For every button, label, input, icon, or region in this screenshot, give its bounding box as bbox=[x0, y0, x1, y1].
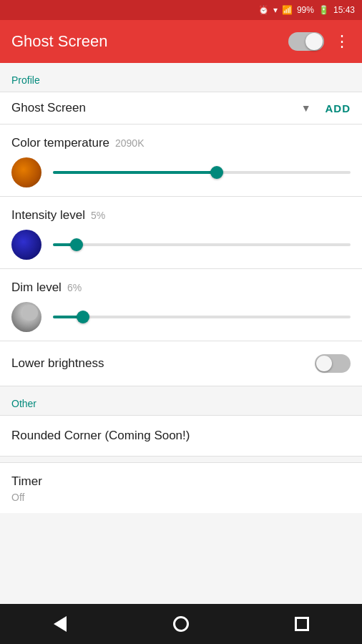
time-text: 15:43 bbox=[333, 5, 355, 15]
intensity-icon bbox=[11, 230, 41, 260]
lower-brightness-toggle[interactable] bbox=[315, 354, 351, 373]
battery-text: 99% bbox=[297, 5, 314, 15]
color-temp-value: 2090K bbox=[115, 137, 144, 149]
timer-label: Timer bbox=[11, 474, 351, 489]
bottom-nav bbox=[0, 604, 362, 644]
signal-icon: 📶 bbox=[282, 5, 293, 15]
main-toggle[interactable] bbox=[288, 32, 324, 51]
rounded-corner-row: Rounded Corner (Coming Soon!) bbox=[0, 415, 362, 457]
overflow-menu-button[interactable]: ⋮ bbox=[334, 32, 351, 51]
lower-brightness-row: Lower brightness bbox=[0, 341, 362, 386]
color-temp-row: Color temperature 2090K bbox=[0, 125, 362, 197]
home-button[interactable] bbox=[163, 606, 199, 642]
content-area: Profile Ghost Screen ▼ ADD Color tempera… bbox=[0, 63, 362, 604]
home-icon bbox=[173, 616, 189, 632]
add-profile-button[interactable]: ADD bbox=[326, 102, 351, 114]
intensity-label: Intensity level bbox=[11, 208, 85, 223]
color-temp-icon bbox=[11, 157, 41, 187]
recents-icon bbox=[295, 617, 309, 631]
rounded-corner-label: Rounded Corner (Coming Soon!) bbox=[11, 429, 190, 442]
battery-icon: 🔋 bbox=[318, 5, 329, 15]
intensity-slider[interactable] bbox=[53, 238, 351, 252]
alarm-icon: ⏰ bbox=[258, 5, 269, 15]
dim-icon bbox=[11, 302, 41, 332]
dim-slider[interactable] bbox=[53, 310, 351, 324]
dim-level-row: Dim level 6% bbox=[0, 269, 362, 341]
app-title: Ghost Screen bbox=[11, 32, 288, 51]
app-bar: Ghost Screen ⋮ bbox=[0, 20, 362, 63]
profile-section-header: Profile bbox=[0, 63, 362, 92]
other-section-header: Other bbox=[0, 386, 362, 415]
status-bar: ⏰ ▾ 📶 99% 🔋 15:43 bbox=[0, 0, 362, 20]
back-button[interactable] bbox=[42, 606, 78, 642]
dropdown-arrow-icon[interactable]: ▼ bbox=[301, 102, 311, 114]
intensity-value: 5% bbox=[91, 210, 105, 221]
wifi-icon: ▾ bbox=[273, 5, 278, 15]
recents-button[interactable] bbox=[284, 606, 320, 642]
timer-value: Off bbox=[11, 492, 351, 503]
back-icon bbox=[54, 616, 67, 632]
profile-dropdown-value[interactable]: Ghost Screen bbox=[11, 101, 295, 115]
color-temp-label: Color temperature bbox=[11, 136, 109, 150]
profile-row[interactable]: Ghost Screen ▼ ADD bbox=[0, 92, 362, 125]
dim-label: Dim level bbox=[11, 280, 62, 295]
intensity-level-row: Intensity level 5% bbox=[0, 197, 362, 269]
lower-brightness-label: Lower brightness bbox=[11, 356, 315, 371]
timer-row[interactable]: Timer Off bbox=[0, 462, 362, 513]
color-temp-slider[interactable] bbox=[53, 165, 351, 180]
dim-value: 6% bbox=[67, 282, 82, 293]
